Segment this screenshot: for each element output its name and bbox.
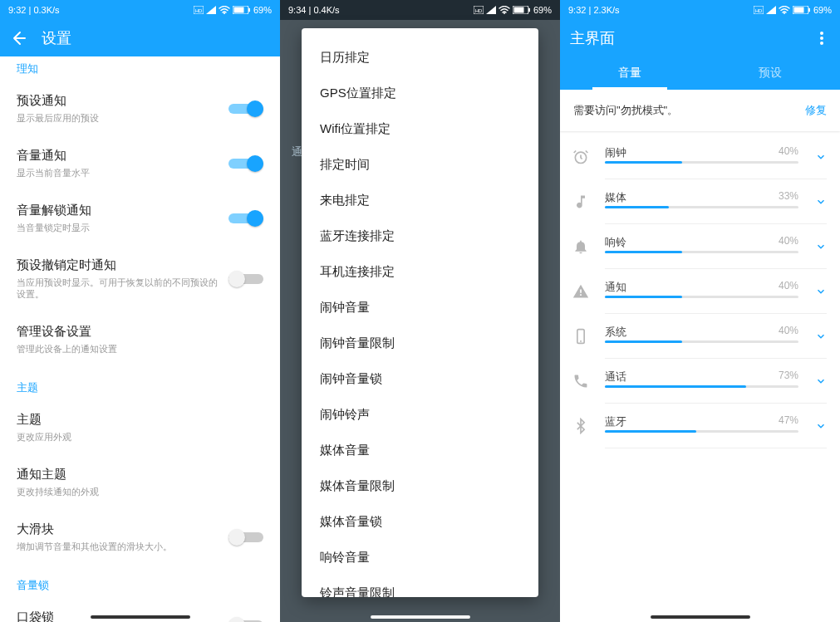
status-time: 9:32 | 2.3K/s [568,5,620,15]
expand-button[interactable] [815,331,827,342]
status-bar: 9:32 | 0.3K/s HD 69% [0,0,280,20]
settings-row-text: 管理设备设置 管理此设备上的通知设置 [17,324,263,355]
signal-icon [206,6,216,14]
svg-point-8 [504,12,505,14]
slider-percent: 73% [779,370,798,381]
expand-button[interactable] [815,151,827,163]
volume-slider[interactable]: 通知 40% [605,283,798,300]
settings-row-subtitle: 当应用预设时显示。可用于恢复以前的不同预设的设置。 [17,277,220,301]
settings-pane: 9:32 | 0.3K/s HD 69% 设置 理知 预设通知 显示最后应用的预… [0,0,280,622]
settings-row[interactable]: 预设通知 显示最后应用的预设 [0,81,280,136]
toggle-switch[interactable] [228,528,263,546]
volume-slider[interactable]: 媒体 33% [605,193,798,210]
expand-button[interactable] [815,241,827,252]
settings-row-subtitle: 更改应用外观 [17,431,255,443]
music-icon [572,193,590,211]
toggle-switch[interactable] [228,209,263,228]
menu-item[interactable]: 媒体音量锁 [302,504,538,540]
settings-row-text: 音量通知 显示当前音量水平 [17,148,228,179]
toggle-switch[interactable] [228,616,263,622]
settings-row-title: 管理设备设置 [17,324,255,340]
svg-text:HD: HD [195,8,203,13]
hd-icon: HD [474,6,484,14]
overflow-menu-button[interactable] [813,32,830,45]
appbar-title: 主界面 [570,28,615,48]
signal-icon [486,6,496,14]
slider-fill [605,385,746,388]
menu-item[interactable]: 闹钟铃声 [302,397,538,433]
main-pane: 9:32 | 2.3K/s HD 69% 主界面 音量 预设 需要访问"勿扰模式… [560,0,840,622]
volume-slider[interactable]: 蓝牙 47% [605,418,798,434]
menu-item[interactable]: 蓝牙连接排定 [302,218,538,254]
volume-slider[interactable]: 系统 40% [605,328,798,345]
menu-item[interactable]: 响铃音量 [302,540,538,575]
status-time: 9:32 | 0.3K/s [8,5,60,15]
settings-row-text: 预设通知 显示最后应用的预设 [17,93,228,125]
status-right: HD 69% [474,5,552,15]
tabs: 音量 预设 [560,56,840,90]
menu-item[interactable]: 铃声音量限制 [302,575,538,597]
menu-item[interactable]: 日历排定 [302,40,538,76]
menu-item[interactable]: 来电排定 [302,183,538,218]
banner-fix-button[interactable]: 修复 [805,103,827,118]
svg-text:HD: HD [475,8,483,13]
slider-list: 闹钟 40% 媒体 33% 响铃 40% 通知 40% [560,131,840,452]
category-label-clipped: 理知 [0,56,280,81]
home-indicator [91,615,190,619]
settings-row[interactable]: 管理设备设置 管理此设备上的通知设置 [0,312,280,367]
settings-row-title: 通知主题 [17,467,255,482]
slider-percent: 40% [779,325,798,336]
slider-fill [605,430,696,433]
home-indicator [651,615,750,619]
expand-button[interactable] [815,420,827,432]
warn-icon [572,282,590,301]
svg-point-18 [820,32,823,35]
tab-volume[interactable]: 音量 [560,56,700,90]
slider-fill [605,296,682,298]
settings-row-text: 预设撤销定时通知 当应用预设时显示。可用于恢复以前的不同预设的设置。 [17,257,228,301]
settings-row[interactable]: 主题 更改应用外观 [0,400,280,455]
volume-slider[interactable]: 通话 73% [605,373,798,389]
menu-item[interactable]: 排定时间 [302,147,538,183]
menu-item[interactable]: 闹钟音量 [302,290,538,326]
expand-button[interactable] [815,286,827,297]
settings-row[interactable]: 预设撤销定时通知 当应用预设时显示。可用于恢复以前的不同预设的设置。 [0,246,280,313]
settings-row[interactable]: 大滑块 增加调节音量和其他设置的滑块大小。 [0,510,280,565]
settings-row[interactable]: 通知主题 更改持续通知的外观 [0,455,280,510]
menu-item[interactable]: GPS位置排定 [302,76,538,111]
settings-row-subtitle: 更改持续通知的外观 [17,486,255,498]
hd-icon: HD [194,6,204,14]
slider-percent: 40% [779,235,798,247]
menu-item[interactable]: 媒体音量限制 [302,468,538,504]
back-button[interactable] [10,30,27,47]
menu-item[interactable]: 媒体音量 [302,433,538,468]
settings-content: 理知 预设通知 显示最后应用的预设 音量通知 显示当前音量水平 音量解锁通知 当… [0,56,280,622]
settings-row-title: 主题 [17,412,255,428]
slider-fill [605,161,682,164]
settings-row[interactable]: 音量解锁通知 当音量锁定时显示 [0,191,280,246]
status-time: 9:34 | 0.4K/s [288,5,340,15]
menu-item[interactable]: 闹钟音量限制 [302,326,538,361]
settings-row-subtitle: 管理此设备上的通知设置 [17,343,255,355]
expand-button[interactable] [815,375,827,387]
slider-label: 通知 [605,280,626,295]
battery-icon [793,6,811,14]
tab-preset[interactable]: 预设 [700,56,841,90]
settings-row[interactable]: 音量通知 显示当前音量水平 [0,136,280,191]
menu-item[interactable]: 耳机连接排定 [302,254,538,290]
slider-percent: 33% [779,190,798,202]
toggle-switch[interactable] [228,100,263,118]
bell-icon [572,238,590,256]
volume-slider[interactable]: 闹钟 40% [605,149,798,165]
slider-label: 蓝牙 [605,414,626,429]
tab-label: 预设 [759,66,782,79]
slider-label: 系统 [605,325,626,340]
settings-row-subtitle: 当音量锁定时显示 [17,222,220,234]
slider-percent: 40% [779,280,798,291]
menu-item[interactable]: 闹钟音量锁 [302,361,538,397]
toggle-switch[interactable] [228,154,263,173]
expand-button[interactable] [815,196,827,208]
volume-slider[interactable]: 响铃 40% [605,238,798,255]
menu-item[interactable]: Wifi位置排定 [302,111,538,147]
toggle-switch[interactable] [228,270,263,288]
